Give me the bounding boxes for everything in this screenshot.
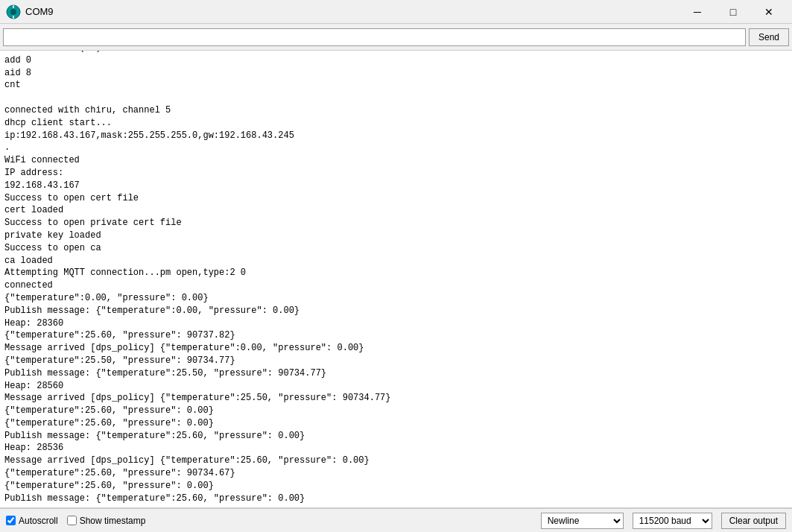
serial-input[interactable] xyxy=(3,28,746,46)
title-bar: COM9 ─ □ ✕ xyxy=(0,0,792,24)
status-bar: Autoscroll Show timestamp No line ending… xyxy=(0,508,792,532)
timestamp-checkbox[interactable] xyxy=(67,516,77,525)
toolbar: Send xyxy=(0,24,792,51)
app-logo xyxy=(6,4,21,19)
baud-select[interactable]: 300 baud1200 baud2400 baud4800 baud9600 … xyxy=(633,513,712,529)
send-button[interactable]: Send xyxy=(749,28,789,46)
window-controls: ─ □ ✕ xyxy=(680,0,786,24)
window-title: COM9 xyxy=(25,6,680,17)
clear-output-button[interactable]: Clear output xyxy=(721,513,786,529)
timestamp-group: Show timestamp xyxy=(67,516,146,526)
autoscroll-label[interactable]: Autoscroll xyxy=(19,516,58,526)
serial-output[interactable]: Connecting to chiru scandone .....scando… xyxy=(0,51,792,508)
autoscroll-checkbox[interactable] xyxy=(6,516,16,525)
svg-point-1 xyxy=(10,9,16,15)
maximize-button[interactable]: □ xyxy=(716,0,750,24)
newline-select[interactable]: No line endingNewlineCarriage returnBoth… xyxy=(541,513,624,529)
close-button[interactable]: ✕ xyxy=(752,0,786,24)
minimize-button[interactable]: ─ xyxy=(680,0,715,24)
autoscroll-group: Autoscroll xyxy=(6,516,58,526)
timestamp-label[interactable]: Show timestamp xyxy=(80,516,146,526)
